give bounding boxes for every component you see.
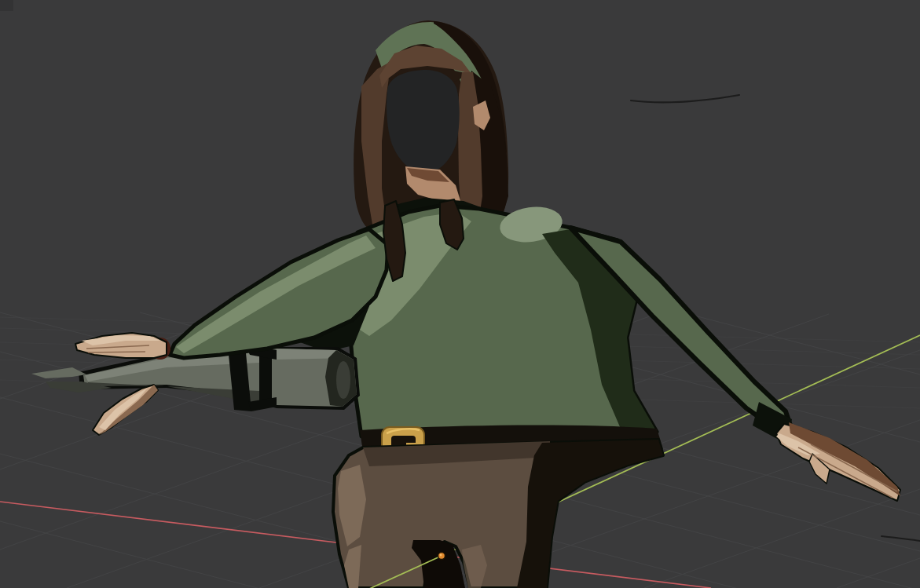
rifle-clamp-rear <box>259 355 272 402</box>
origin-dot <box>438 553 445 560</box>
rifle-endcap-ring <box>336 361 350 399</box>
background-corner-patch <box>0 0 13 11</box>
viewport-canvas[interactable] <box>0 0 920 588</box>
viewport-window[interactable] <box>0 0 920 588</box>
origin-dot-core <box>440 554 442 557</box>
